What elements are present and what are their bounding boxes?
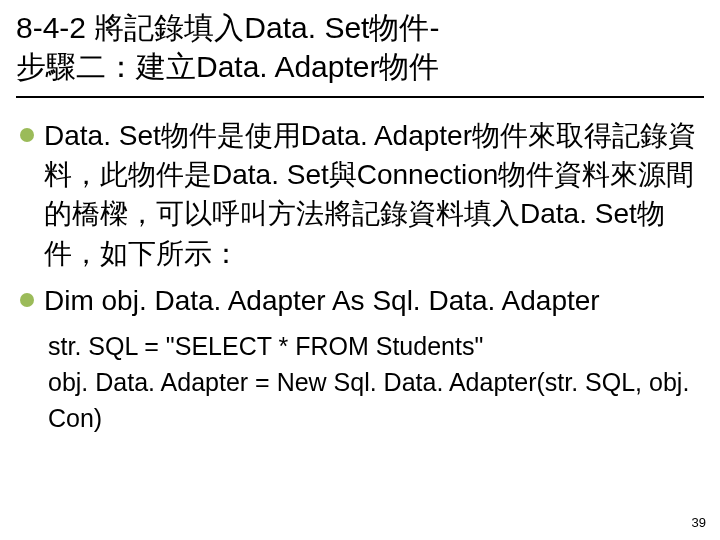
page-number: 39	[692, 515, 706, 530]
bullet-text: Data. Set物件是使用Data. Adapter物件來取得記錄資料，此物件…	[44, 116, 704, 273]
code-line: str. SQL = "SELECT * FROM Students"	[48, 328, 704, 364]
bullet-item: Dim obj. Data. Adapter As Sql. Data. Ada…	[16, 281, 704, 320]
title-line-2: 步驟二：建立Data. Adapter物件	[16, 47, 704, 86]
slide-content: 8-4-2 將記錄填入Data. Set物件- 步驟二：建立Data. Adap…	[0, 0, 720, 437]
title-line-1: 8-4-2 將記錄填入Data. Set物件-	[16, 8, 704, 47]
bullet-item: Data. Set物件是使用Data. Adapter物件來取得記錄資料，此物件…	[16, 116, 704, 273]
code-block: str. SQL = "SELECT * FROM Students" obj.…	[48, 328, 704, 437]
bullet-text: Dim obj. Data. Adapter As Sql. Data. Ada…	[44, 281, 600, 320]
bullet-dot-icon	[20, 293, 34, 307]
bullet-dot-icon	[20, 128, 34, 142]
code-line: obj. Data. Adapter = New Sql. Data. Adap…	[48, 364, 704, 437]
slide-title: 8-4-2 將記錄填入Data. Set物件- 步驟二：建立Data. Adap…	[16, 8, 704, 98]
